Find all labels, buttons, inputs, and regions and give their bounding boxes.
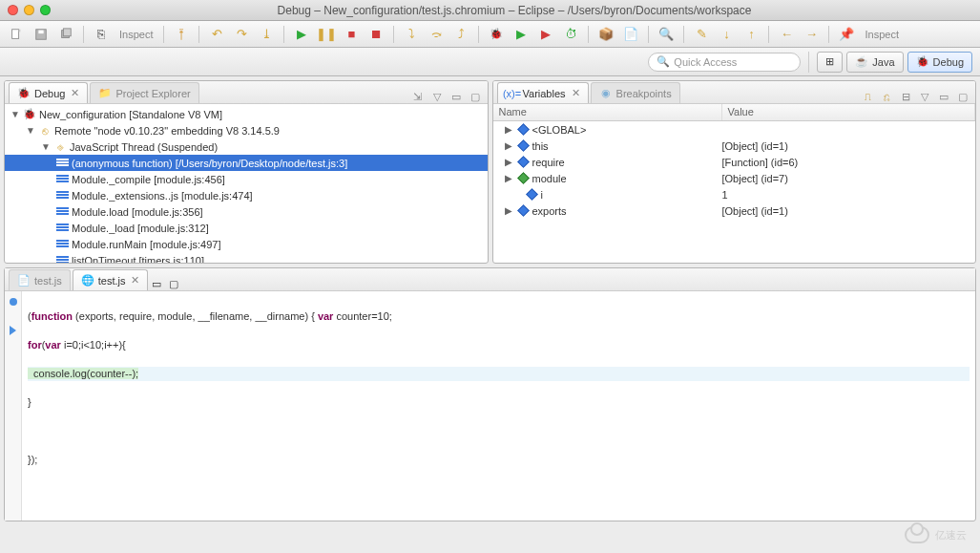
variable-row[interactable]: ▶exports [Object] (id=1): [493, 202, 976, 219]
skip-breakpoints-button[interactable]: ⭱: [171, 24, 192, 45]
show-type-icon[interactable]: ⎍: [861, 90, 874, 103]
tree-thread[interactable]: ▼ ⎆ JavaScript Thread (Suspended): [5, 138, 488, 155]
resume-forward-button[interactable]: ↷: [231, 24, 252, 45]
tab-breakpoints[interactable]: ◉ Breakpoints: [591, 82, 680, 103]
inspect-label: Inspect: [119, 29, 153, 40]
toggle-mark-button[interactable]: ✎: [691, 24, 712, 45]
new-button[interactable]: [6, 24, 27, 45]
diamond-icon: [517, 139, 530, 152]
editor-tab-inactive[interactable]: 📄 test.js: [9, 269, 71, 290]
window-minimize-button[interactable]: [24, 5, 34, 15]
minimize-icon[interactable]: ▭: [150, 277, 163, 290]
maximize-icon[interactable]: ▢: [469, 90, 482, 103]
suspend-button[interactable]: ❚❚: [316, 24, 337, 45]
window-close-button[interactable]: [8, 5, 18, 15]
stack-frame[interactable]: Module._compile [module.js:456]: [5, 171, 488, 187]
twist-icon[interactable]: ▶: [503, 157, 514, 167]
tab-project-explorer-label: Project Explorer: [115, 88, 190, 99]
variables-table[interactable]: Name Value ▶<GLOBAL> ▶this [Object] (id=…: [493, 104, 976, 263]
switch-button[interactable]: ⎘: [91, 24, 112, 45]
view-menu-icon[interactable]: ▽: [918, 90, 931, 103]
back-button[interactable]: ←: [776, 24, 797, 45]
perspective-debug[interactable]: 🐞 Debug: [907, 52, 972, 73]
tab-variables[interactable]: (x)= Variables ✕: [497, 82, 589, 103]
header-value[interactable]: Value: [722, 104, 976, 120]
diamond-icon: [526, 188, 538, 201]
debug-tree[interactable]: ▼ 🐞 New_configuration [Standalone V8 VM]…: [5, 104, 488, 263]
close-icon[interactable]: ✕: [131, 274, 139, 287]
twist-icon[interactable]: ▶: [503, 140, 514, 151]
variable-row[interactable]: ▶require [Function] (id=6): [493, 154, 976, 170]
variable-row[interactable]: ▶this [Object] (id=1): [493, 138, 976, 154]
twist-icon[interactable]: ▶: [503, 124, 514, 135]
tab-project-explorer[interactable]: 📁 Project Explorer: [90, 82, 198, 103]
debug-dropdown-button[interactable]: 🐞: [486, 24, 507, 45]
view-menu-icon[interactable]: ▽: [430, 90, 444, 103]
open-perspective-button[interactable]: ⊞: [817, 52, 843, 73]
twist-icon[interactable]: ▼: [10, 109, 20, 119]
stack-frame[interactable]: listOnTimeout [timers.js:110]: [5, 252, 488, 263]
tab-debug[interactable]: 🐞 Debug ✕: [9, 82, 88, 103]
new-class-button[interactable]: 📄: [620, 24, 641, 45]
resume-button[interactable]: ▶: [291, 24, 312, 45]
next-annotation-button[interactable]: ↓: [716, 24, 737, 45]
tree-remote[interactable]: ▼ ⎋ Remote "node v0.10.23" embedding V8 …: [5, 122, 488, 138]
stack-frame[interactable]: Module._load [module.js:312]: [5, 220, 488, 236]
twist-icon[interactable]: ▼: [26, 125, 35, 136]
header-name[interactable]: Name: [493, 104, 722, 120]
twist-icon[interactable]: ▼: [41, 141, 51, 152]
logical-structure-icon[interactable]: ⎌: [880, 90, 893, 103]
stack-frame[interactable]: (anonymous function) [/Users/byron/Deskt…: [5, 155, 488, 171]
editor-gutter[interactable]: [5, 291, 22, 521]
search-button[interactable]: 🔍: [656, 24, 677, 45]
toolbar-separator: [163, 26, 164, 43]
stack-frame[interactable]: Module._extensions..js [module.js:474]: [5, 187, 488, 203]
collapse-icon[interactable]: ⇲: [411, 90, 425, 103]
run-dropdown-button[interactable]: ▶: [511, 24, 532, 45]
close-icon[interactable]: ✕: [572, 87, 580, 99]
window-zoom-button[interactable]: [40, 5, 51, 15]
variable-row[interactable]: i 1: [493, 186, 976, 202]
maximize-icon[interactable]: ▢: [956, 90, 970, 103]
prev-annotation-button[interactable]: ↑: [740, 24, 761, 45]
breakpoint-marker[interactable]: [10, 298, 17, 306]
diamond-icon: [517, 204, 530, 217]
ext-run-button[interactable]: ▶: [535, 24, 556, 45]
close-icon[interactable]: ✕: [71, 87, 79, 99]
variable-row[interactable]: ▶<GLOBAL>: [493, 121, 976, 138]
variable-row[interactable]: ▶module [Object] (id=7): [493, 170, 976, 186]
disconnect-button[interactable]: ⏹: [365, 24, 386, 45]
tree-launch-config[interactable]: ▼ 🐞 New_configuration [Standalone V8 VM]: [5, 106, 488, 122]
java-icon: ☕: [855, 55, 868, 69]
editor-tab-active[interactable]: 🌐 test.js ✕: [73, 269, 149, 290]
code-area[interactable]: (function (exports, require, module, __f…: [22, 291, 975, 521]
maximize-icon[interactable]: ▢: [167, 277, 180, 290]
editor-area: 📄 test.js 🌐 test.js ✕ ▭ ▢ (function (exp…: [4, 267, 976, 521]
twist-icon[interactable]: ▶: [503, 173, 514, 183]
perspective-java-label: Java: [872, 56, 894, 68]
step-over-button[interactable]: ⤼: [426, 24, 447, 45]
stack-frame[interactable]: Module.load [module.js:356]: [5, 203, 488, 220]
secondary-toolbar: 🔍 Quick Access ⊞ ☕ Java 🐞 Debug: [0, 48, 980, 76]
new-package-button[interactable]: 📦: [595, 24, 616, 45]
pin-button[interactable]: 📌: [836, 24, 857, 45]
forward-button[interactable]: →: [801, 24, 822, 45]
step-return-button[interactable]: ⤴: [450, 24, 471, 45]
editor-body[interactable]: (function (exports, require, module, __f…: [5, 291, 975, 521]
stack-frame[interactable]: Module.runMain [module.js:497]: [5, 236, 488, 252]
minimize-icon[interactable]: ▭: [937, 90, 950, 103]
terminate-button[interactable]: ■: [341, 24, 362, 45]
minimize-icon[interactable]: ▭: [449, 90, 463, 103]
debug-pane: 🐞 Debug ✕ 📁 Project Explorer ⇲ ▽ ▭ ▢ ▼ 🐞…: [4, 80, 489, 264]
profile-button[interactable]: ⏱: [560, 24, 581, 45]
stack-frame-icon: [56, 207, 69, 216]
twist-icon[interactable]: ▶: [503, 205, 514, 216]
save-all-button[interactable]: [55, 24, 76, 45]
perspective-java[interactable]: ☕ Java: [846, 52, 903, 73]
quick-access-input[interactable]: 🔍 Quick Access: [648, 53, 801, 72]
resume-back-button[interactable]: ↶: [206, 24, 227, 45]
collapse-all-icon[interactable]: ⊟: [899, 90, 912, 103]
step-into-button[interactable]: ⤵: [401, 24, 422, 45]
save-button[interactable]: [31, 24, 52, 45]
drop-frame-button[interactable]: ⤓: [256, 24, 277, 45]
